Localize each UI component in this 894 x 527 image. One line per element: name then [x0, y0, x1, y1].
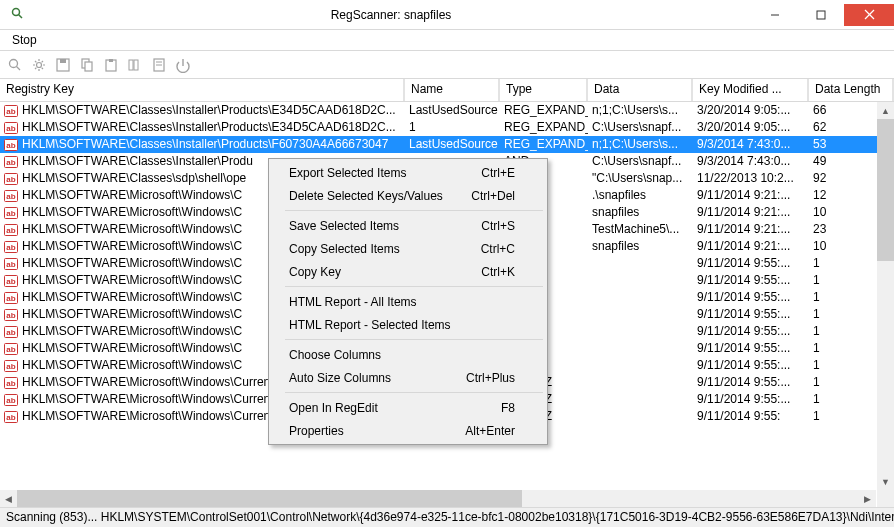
- context-menu-item[interactable]: Open In RegEditF8: [271, 396, 545, 419]
- svg-text:ab: ab: [6, 175, 15, 184]
- scroll-v-thumb[interactable]: [877, 119, 894, 261]
- scroll-corner: [877, 490, 894, 507]
- context-menu-item[interactable]: Save Selected ItemsCtrl+S: [271, 214, 545, 237]
- cell-data: [588, 306, 693, 323]
- svg-line-1: [19, 14, 23, 18]
- svg-text:ab: ab: [6, 243, 15, 252]
- cell-modified: 9/3/2014 7:43:0...: [693, 136, 809, 153]
- cm-shortcut: Ctrl+C: [481, 242, 515, 256]
- context-menu-item[interactable]: Export Selected ItemsCtrl+E: [271, 161, 545, 184]
- reg-value-icon: ab: [4, 274, 18, 288]
- svg-rect-3: [817, 11, 825, 19]
- svg-text:ab: ab: [6, 260, 15, 269]
- scroll-down-arrow[interactable]: ▼: [877, 473, 894, 490]
- gear-icon[interactable]: [30, 56, 48, 74]
- minimize-button[interactable]: [752, 4, 798, 26]
- cm-label: Choose Columns: [289, 348, 381, 362]
- cell-modified: 9/11/2014 9:21:...: [693, 238, 809, 255]
- key-text: HKLM\SOFTWARE\Microsoft\Windows\C: [22, 323, 242, 340]
- svg-line-7: [17, 66, 21, 70]
- search-icon[interactable]: [6, 56, 24, 74]
- context-menu: Export Selected ItemsCtrl+EDelete Select…: [268, 158, 548, 445]
- properties-icon[interactable]: [150, 56, 168, 74]
- cell-modified: 11/22/2013 10:2...: [693, 170, 809, 187]
- cell-modified: 9/11/2014 9:21:...: [693, 187, 809, 204]
- svg-rect-16: [134, 60, 138, 70]
- scroll-right-arrow[interactable]: ▶: [859, 490, 876, 507]
- svg-point-6: [10, 59, 18, 67]
- scroll-h-thumb[interactable]: [17, 490, 522, 507]
- context-menu-item[interactable]: HTML Report - All Items: [271, 290, 545, 313]
- cell-key: abHKLM\SOFTWARE\Classes\Installer\Produc…: [0, 119, 405, 136]
- table-row[interactable]: abHKLM\SOFTWARE\Classes\Installer\Produc…: [0, 136, 894, 153]
- reg-value-icon: ab: [4, 376, 18, 390]
- scroll-up-arrow[interactable]: ▲: [877, 102, 894, 119]
- save-icon[interactable]: [54, 56, 72, 74]
- cell-modified: 9/11/2014 9:55:...: [693, 306, 809, 323]
- reg-value-icon: ab: [4, 325, 18, 339]
- context-menu-item[interactable]: HTML Report - Selected Items: [271, 313, 545, 336]
- menu-stop[interactable]: Stop: [4, 31, 45, 49]
- table-row[interactable]: abHKLM\SOFTWARE\Classes\Installer\Produc…: [0, 102, 894, 119]
- cell-key: abHKLM\SOFTWARE\Classes\Installer\Produc…: [0, 136, 405, 153]
- svg-text:ab: ab: [6, 362, 15, 371]
- cm-label: Properties: [289, 424, 344, 438]
- scroll-v-track[interactable]: [877, 119, 894, 473]
- context-menu-item[interactable]: PropertiesAlt+Enter: [271, 419, 545, 442]
- copy-icon[interactable]: [78, 56, 96, 74]
- cell-data: [588, 272, 693, 289]
- svg-text:ab: ab: [6, 311, 15, 320]
- svg-point-0: [13, 8, 20, 15]
- column-headers: Registry Key Name Type Data Key Modified…: [0, 79, 894, 102]
- maximize-button[interactable]: [798, 4, 844, 26]
- cell-data: .\snapfiles: [588, 187, 693, 204]
- cell-modified: 9/3/2014 7:43:0...: [693, 153, 809, 170]
- window-buttons: [752, 4, 894, 26]
- context-menu-item[interactable]: Choose Columns: [271, 343, 545, 366]
- scroll-h-track[interactable]: [17, 490, 859, 507]
- cell-modified: 9/11/2014 9:55:...: [693, 357, 809, 374]
- context-menu-separator: [285, 392, 543, 393]
- scroll-left-arrow[interactable]: ◀: [0, 490, 17, 507]
- key-text: HKLM\SOFTWARE\Microsoft\Windows\C: [22, 187, 242, 204]
- cell-modified: 9/11/2014 9:21:...: [693, 204, 809, 221]
- col-type[interactable]: Type: [500, 79, 588, 101]
- key-text: HKLM\SOFTWARE\Classes\Installer\Products…: [22, 119, 396, 136]
- col-registry-key[interactable]: Registry Key: [0, 79, 405, 101]
- cm-shortcut: Alt+Enter: [465, 424, 515, 438]
- context-menu-item[interactable]: Copy Selected ItemsCtrl+C: [271, 237, 545, 260]
- reg-value-icon: ab: [4, 104, 18, 118]
- col-data[interactable]: Data: [588, 79, 693, 101]
- context-menu-item[interactable]: Auto Size ColumnsCtrl+Plus: [271, 366, 545, 389]
- cell-data: C:\Users\snapf...: [588, 119, 693, 136]
- svg-text:ab: ab: [6, 226, 15, 235]
- vertical-scrollbar[interactable]: ▲ ▼: [877, 102, 894, 490]
- horizontal-scrollbar[interactable]: ◀ ▶: [0, 490, 876, 507]
- cell-modified: 3/20/2014 9:05:...: [693, 119, 809, 136]
- cell-data: [588, 340, 693, 357]
- close-button[interactable]: [844, 4, 894, 26]
- svg-rect-15: [129, 60, 133, 70]
- table-row[interactable]: abHKLM\SOFTWARE\Classes\Installer\Produc…: [0, 119, 894, 136]
- svg-text:ab: ab: [6, 328, 15, 337]
- cell-data: n;1;C:\Users\s...: [588, 102, 693, 119]
- cm-shortcut: Ctrl+Plus: [466, 371, 515, 385]
- svg-text:ab: ab: [6, 141, 15, 150]
- exit-icon[interactable]: [174, 56, 192, 74]
- col-modified[interactable]: Key Modified ...: [693, 79, 809, 101]
- cell-modified: 9/11/2014 9:55:...: [693, 289, 809, 306]
- key-text: HKLM\SOFTWARE\Microsoft\Windows\C: [22, 357, 242, 374]
- cm-shortcut: Ctrl+E: [481, 166, 515, 180]
- col-length[interactable]: Data Length: [809, 79, 894, 101]
- cell-data: snapfiles: [588, 204, 693, 221]
- context-menu-item[interactable]: Delete Selected Keys/ValuesCtrl+Del: [271, 184, 545, 207]
- cell-key: abHKLM\SOFTWARE\Classes\Installer\Produc…: [0, 102, 405, 119]
- cell-modified: 9/11/2014 9:55:...: [693, 255, 809, 272]
- cm-label: HTML Report - All Items: [289, 295, 417, 309]
- col-name[interactable]: Name: [405, 79, 500, 101]
- key-text: HKLM\SOFTWARE\Classes\Installer\Products…: [22, 136, 388, 153]
- context-menu-item[interactable]: Copy KeyCtrl+K: [271, 260, 545, 283]
- cell-data: [588, 391, 693, 408]
- columns-icon[interactable]: [126, 56, 144, 74]
- paste-icon[interactable]: [102, 56, 120, 74]
